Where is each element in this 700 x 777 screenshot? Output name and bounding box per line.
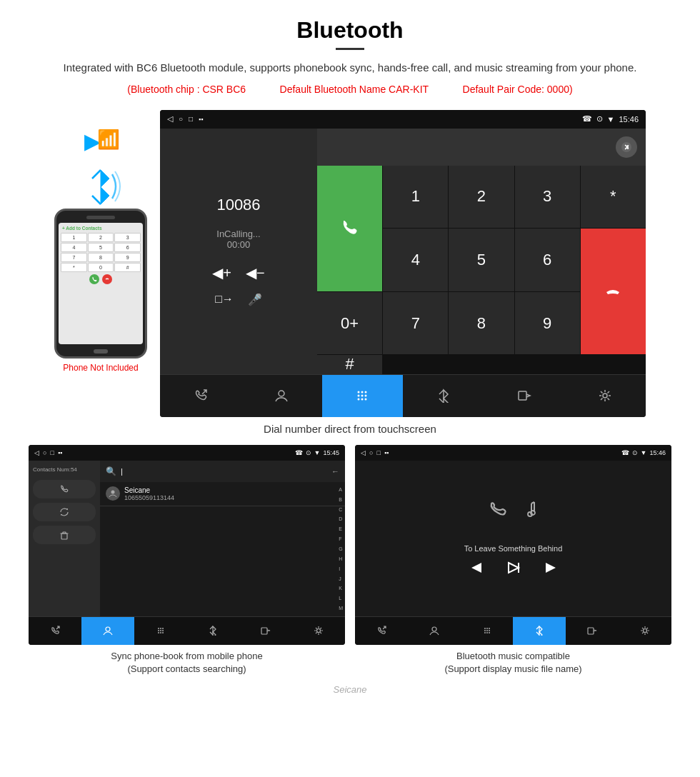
vol-down-icon[interactable]: ◀− bbox=[246, 264, 265, 281]
notification-icons: ▪▪ bbox=[199, 116, 203, 123]
svg-point-9 bbox=[361, 395, 364, 397]
watermark: Seicane bbox=[0, 681, 700, 701]
music-art-area bbox=[484, 498, 543, 537]
music-nav-bluetooth[interactable] bbox=[513, 617, 566, 645]
key-star[interactable]: * bbox=[61, 263, 87, 272]
phonebook-left-panel: Contacts Num:54 bbox=[29, 461, 100, 616]
key-4[interactable]: 4 bbox=[61, 243, 87, 252]
key-9[interactable]: 9 bbox=[114, 253, 141, 262]
pb-delete-button[interactable] bbox=[33, 526, 96, 544]
pb-nav-transfer[interactable] bbox=[239, 617, 292, 645]
bt-pair: Default Pair Code: 0000) bbox=[463, 84, 573, 95]
svg-rect-16 bbox=[61, 533, 67, 539]
nav-bluetooth[interactable] bbox=[403, 375, 484, 417]
pb-nav-bluetooth[interactable] bbox=[186, 617, 239, 645]
music-nav-bar bbox=[355, 616, 671, 645]
dial-content: 10086 InCalling... 00:00 ◀+ ◀− □→ 🎤 bbox=[160, 129, 646, 374]
key-0[interactable]: 0 bbox=[88, 263, 114, 272]
music-nav-transfer[interactable] bbox=[566, 617, 619, 645]
nav-keypad[interactable] bbox=[322, 375, 403, 417]
dial-key-hash[interactable]: # bbox=[317, 355, 382, 374]
music-nav-recent[interactable] bbox=[355, 617, 408, 645]
dial-extra-controls: □→ 🎤 bbox=[215, 293, 262, 306]
key-2[interactable]: 2 bbox=[88, 233, 114, 242]
pb-back-icon: ◁ bbox=[34, 449, 39, 456]
alpha-c: C bbox=[339, 507, 343, 512]
key-hash[interactable]: # bbox=[114, 263, 141, 272]
alpha-list: A B C D E F G H I J K L M bbox=[336, 482, 345, 616]
dial-key-7[interactable]: 7 bbox=[383, 292, 448, 355]
nav-transfer[interactable] bbox=[484, 375, 564, 417]
dial-key-4[interactable]: 4 bbox=[383, 229, 448, 291]
key-1[interactable]: 1 bbox=[61, 233, 87, 242]
pb-sync-button[interactable] bbox=[33, 503, 96, 521]
pb-status-left: ◁ ○ □ ▪▪ bbox=[34, 449, 62, 456]
contacts-count: Contacts Num:54 bbox=[33, 466, 96, 473]
alpha-m: M bbox=[339, 606, 343, 611]
nav-contacts[interactable] bbox=[241, 375, 321, 417]
main-content-row: ▶ 📶 + Add to Contacts 1 bbox=[0, 110, 700, 417]
dial-key-9[interactable]: 9 bbox=[515, 292, 580, 355]
phonebook-nav-bar bbox=[29, 616, 345, 645]
pb-home-icon: ○ bbox=[43, 449, 46, 456]
key-3[interactable]: 3 bbox=[114, 233, 141, 242]
pb-nav-contacts[interactable] bbox=[81, 617, 134, 645]
phone-call-button[interactable] bbox=[89, 274, 99, 284]
home-icon: ○ bbox=[179, 115, 183, 123]
dial-key-8[interactable]: 8 bbox=[449, 292, 514, 355]
music-next-button[interactable] bbox=[543, 560, 559, 579]
transfer-icon[interactable]: □→ bbox=[215, 293, 234, 306]
dial-call-button[interactable] bbox=[317, 166, 382, 291]
svg-point-15 bbox=[603, 393, 607, 398]
phone-home-button[interactable] bbox=[94, 349, 108, 354]
nav-settings[interactable] bbox=[565, 375, 646, 417]
header-description: Integrated with BC6 Bluetooth module, su… bbox=[43, 60, 657, 76]
dial-key-2[interactable]: 2 bbox=[449, 166, 514, 229]
dial-end-button[interactable] bbox=[581, 229, 646, 354]
pb-nav-recent[interactable] bbox=[29, 617, 81, 645]
dial-key-5[interactable]: 5 bbox=[449, 229, 514, 291]
dial-key-3[interactable]: 3 bbox=[515, 166, 580, 229]
music-play-button[interactable] bbox=[506, 560, 521, 579]
search-icon: 🔍 bbox=[106, 466, 116, 476]
dial-key-0plus[interactable]: 0+ bbox=[317, 292, 382, 355]
vol-up-icon[interactable]: ◀+ bbox=[212, 264, 231, 281]
key-7[interactable]: 7 bbox=[61, 253, 87, 262]
pb-nav-keypad[interactable] bbox=[134, 617, 187, 645]
phone-not-included-label: Phone Not Included bbox=[63, 363, 138, 373]
music-prev-button[interactable] bbox=[469, 560, 484, 579]
contact-item[interactable]: Seicane 10655059113144 bbox=[100, 482, 345, 506]
phone-call-music-icon bbox=[484, 498, 520, 537]
svg-point-33 bbox=[484, 628, 486, 629]
mic-icon[interactable]: 🎤 bbox=[248, 293, 262, 306]
pb-call-icon: ☎ bbox=[295, 449, 303, 456]
svg-point-7 bbox=[365, 391, 367, 393]
nav-recent-calls[interactable] bbox=[160, 375, 241, 417]
phone-device: + Add to Contacts 1 2 3 4 5 6 7 8 9 * 0 … bbox=[54, 209, 147, 359]
search-back-icon[interactable]: ← bbox=[331, 467, 339, 476]
music-status-bar: ◁ ○ □ ▪▪ ☎ ⊙ ▼ 15:46 bbox=[355, 445, 671, 461]
music-status-left: ◁ ○ □ ▪▪ bbox=[361, 449, 389, 456]
alpha-d: D bbox=[339, 516, 343, 521]
dial-key-star[interactable]: * bbox=[581, 166, 646, 229]
contact-list: Seicane 10655059113144 A B C D E F bbox=[100, 482, 345, 616]
backspace-button[interactable]: ✕ bbox=[616, 136, 637, 158]
dial-key-6[interactable]: 6 bbox=[515, 229, 580, 291]
music-nav-keypad[interactable] bbox=[461, 617, 514, 645]
phone-end-button[interactable] bbox=[102, 274, 112, 284]
key-8[interactable]: 8 bbox=[88, 253, 114, 262]
music-nav-settings[interactable] bbox=[619, 617, 671, 645]
dial-timer: 00:00 bbox=[227, 239, 251, 250]
pb-call-button[interactable] bbox=[33, 480, 96, 498]
svg-point-36 bbox=[484, 630, 486, 631]
pb-nav-settings[interactable] bbox=[292, 617, 345, 645]
svg-point-32 bbox=[432, 627, 436, 631]
dial-key-1[interactable]: 1 bbox=[383, 166, 448, 229]
alpha-h: H bbox=[339, 556, 343, 561]
key-5[interactable]: 5 bbox=[88, 243, 114, 252]
music-nav-contacts[interactable] bbox=[408, 617, 461, 645]
pb-status-right: ☎ ⊙ ▼ 15:45 bbox=[295, 449, 339, 456]
music-screen-wrap: ◁ ○ □ ▪▪ ☎ ⊙ ▼ 15:46 bbox=[355, 445, 671, 676]
svg-point-43 bbox=[644, 629, 647, 633]
key-6[interactable]: 6 bbox=[114, 243, 141, 252]
